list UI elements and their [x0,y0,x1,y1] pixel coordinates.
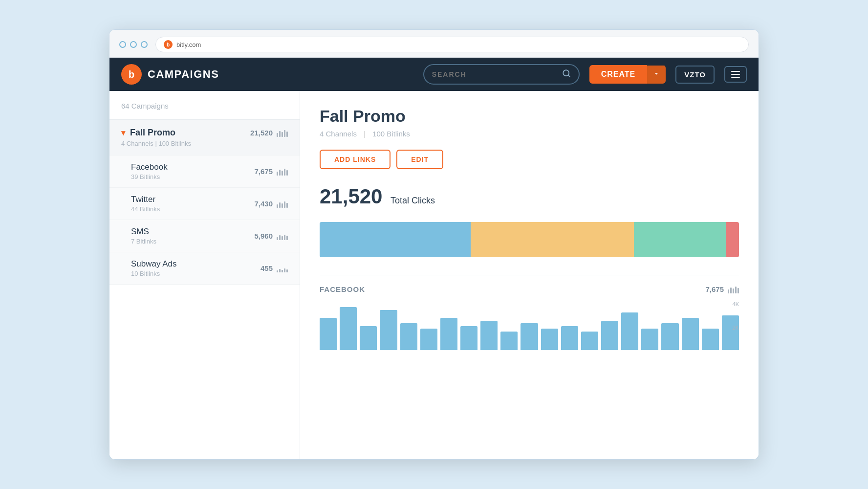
bar-1 [728,289,729,293]
bar-1 [277,204,278,208]
channel-info-subway: Subway Ads 10 Bitlinks [131,259,177,277]
facebook-chart-section: FACEBOOK 7,675 [320,275,739,350]
campaign-stats: 21,520 [250,129,288,137]
browser-window: b bitly.com b CAMPAIGNS CREATE [109,29,759,460]
chevron-down-icon: ▾ [121,128,125,137]
nav-title: CAMPAIGNS [148,68,219,81]
subway-clicks: 455 [260,264,273,272]
bar-5 [286,170,288,176]
content-meta: 4 Channels | 100 Bitlinks [320,130,739,138]
facebook-bars-icon [277,168,288,176]
bar-1 [277,172,278,176]
main-body: 64 Campaigns ▾ Fall Promo 21,520 [109,91,759,459]
chart-axis-4k: 4K [733,301,739,307]
logo-icon: b [121,64,142,85]
chart-bar-10 [521,323,538,350]
campaign-item-fall-promo[interactable]: ▾ Fall Promo 21,520 [109,120,300,156]
chart-bar-2 [360,326,377,351]
bar-2 [279,131,281,137]
chart-bar-16 [641,329,658,350]
bar-2 [279,269,281,272]
bar-5 [286,236,288,240]
bar-4 [284,268,285,272]
bar-4 [284,169,285,176]
search-input[interactable] [432,70,557,78]
bar-5 [738,288,739,293]
stacked-segment-sms [634,222,726,257]
facebook-stats: 7,675 [254,167,288,176]
channel-item-twitter[interactable]: Twitter 44 Bitlinks 7,430 [109,188,300,220]
channel-meta-subway: 10 Bitlinks [131,270,177,277]
facebook-clicks: 7,675 [254,167,273,176]
stacked-bar [320,222,739,257]
browser-dot-3 [141,41,148,48]
sms-bars-icon [277,232,288,240]
sms-stats: 5,960 [254,232,288,240]
chart-axis-2k: 2K [733,325,739,331]
chart-bar-0 [320,318,337,350]
browser-dots [119,41,148,48]
bar-4 [284,201,285,208]
edit-button[interactable]: EDIT [396,150,443,169]
channel-info-sms: SMS 7 Bitlinks [131,227,156,245]
bar-3 [282,132,283,137]
channel-chart-stat: 7,675 [705,285,739,293]
campaign-name: Fall Promo [130,128,175,138]
bar-1 [277,270,278,272]
channel-chart-name: FACEBOOK [320,285,365,293]
create-button[interactable]: CREATE [589,65,648,84]
meta-separator: | [364,130,368,138]
chart-bar-19 [702,329,719,350]
subway-bars-icon [277,265,288,272]
chart-bar-14 [601,321,618,351]
content-title: Fall Promo [320,107,739,126]
sidebar: 64 Campaigns ▾ Fall Promo 21,520 [109,91,300,459]
svg-line-1 [568,75,569,76]
chart-bar-4 [400,323,417,350]
channel-item-subway-ads[interactable]: Subway Ads 10 Bitlinks 455 [109,252,300,285]
bar-4 [284,235,285,240]
hamburger-line-3 [731,77,740,78]
chart-bar-20 [722,315,739,351]
nav-logo: b CAMPAIGNS [121,64,219,85]
channel-item-facebook[interactable]: Facebook 39 Bitlinks 7,675 [109,156,300,188]
channel-chart-header: FACEBOOK 7,675 [320,285,739,293]
campaign-meta: 4 Channels | 100 Bitlinks [121,140,288,147]
create-dropdown-button[interactable] [647,66,666,84]
bar-3 [282,270,283,272]
twitter-bars-icon [277,200,288,208]
clicks-section: 21,520 Total Clicks [320,185,739,208]
chart-bar-13 [581,332,598,351]
chart-bar-18 [682,318,699,350]
browser-chrome: b bitly.com [109,30,759,58]
top-nav: b CAMPAIGNS CREATE VZTO [109,58,759,91]
stacked-segment-subway [726,222,739,257]
bar-1 [277,237,278,240]
total-clicks-number: 21,520 [320,185,382,208]
bars-chart-icon [277,129,288,137]
bar-4 [284,130,285,137]
app: b CAMPAIGNS CREATE VZTO [109,58,759,459]
bar-1 [277,133,278,137]
channel-name-sms: SMS [131,227,156,237]
browser-dot-2 [130,41,137,48]
detail-channels: 4 Channels [320,130,357,138]
favicon: b [164,40,173,49]
create-button-group[interactable]: CREATE [589,65,666,84]
search-bar[interactable] [423,64,580,85]
channel-info-twitter: Twitter 44 Bitlinks [131,195,160,213]
address-text: bitly.com [176,41,201,48]
campaign-channels: 4 Channels [121,140,153,147]
chart-bar-1 [340,307,357,350]
hamburger-button[interactable] [724,66,747,83]
stacked-segment-twitter [471,222,634,257]
hamburger-line-2 [731,74,740,75]
chart-bar-12 [561,326,578,351]
bar-2 [279,235,281,240]
channel-item-sms[interactable]: SMS 7 Bitlinks 5,960 [109,220,300,252]
user-button[interactable]: VZTO [675,66,715,84]
add-links-button[interactable]: ADD LINKS [320,150,391,169]
address-bar[interactable]: b bitly.com [155,37,749,52]
channel-name-facebook: Facebook [131,162,168,172]
channel-meta-sms: 7 Bitlinks [131,238,156,245]
